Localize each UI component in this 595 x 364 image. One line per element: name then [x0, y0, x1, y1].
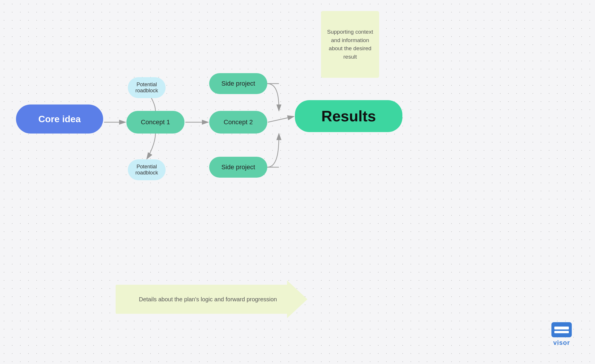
visor-icon: [551, 322, 572, 337]
side-project-top-label: Side project: [221, 80, 255, 87]
side-project-bottom-label: Side project: [221, 163, 255, 171]
results-label: Results: [321, 107, 376, 125]
visor-bar-top: [554, 327, 569, 329]
visor-bar-bottom: [554, 331, 569, 333]
core-idea-node[interactable]: Core idea: [16, 104, 103, 134]
concept2-node[interactable]: Concept 2: [209, 111, 267, 134]
side-project-bottom-node[interactable]: Side project: [209, 157, 267, 178]
visor-logo: visor: [551, 322, 572, 347]
supporting-context-text: Supporting context and information about…: [326, 28, 374, 61]
concept1-label: Concept 1: [141, 118, 170, 126]
svg-line-6: [268, 116, 294, 122]
progression-arrow: Details about the plan's logic and forwa…: [116, 280, 307, 318]
roadblock-top-node[interactable]: Potential roadblock: [128, 77, 166, 98]
roadblock-bottom-node[interactable]: Potential roadblock: [128, 159, 166, 180]
concept1-node[interactable]: Concept 1: [126, 111, 184, 134]
supporting-context-box: Supporting context and information about…: [321, 11, 379, 78]
concept2-label: Concept 2: [224, 118, 253, 126]
progression-arrow-head: [287, 280, 307, 318]
results-node[interactable]: Results: [295, 100, 402, 132]
visor-label: visor: [553, 339, 570, 347]
roadblock-bottom-label: Potential roadblock: [128, 164, 166, 176]
core-idea-label: Core idea: [38, 114, 81, 125]
roadblock-top-label: Potential roadblock: [128, 82, 166, 94]
progression-text: Details about the plan's logic and forwa…: [139, 296, 277, 303]
side-project-top-node[interactable]: Side project: [209, 73, 267, 94]
